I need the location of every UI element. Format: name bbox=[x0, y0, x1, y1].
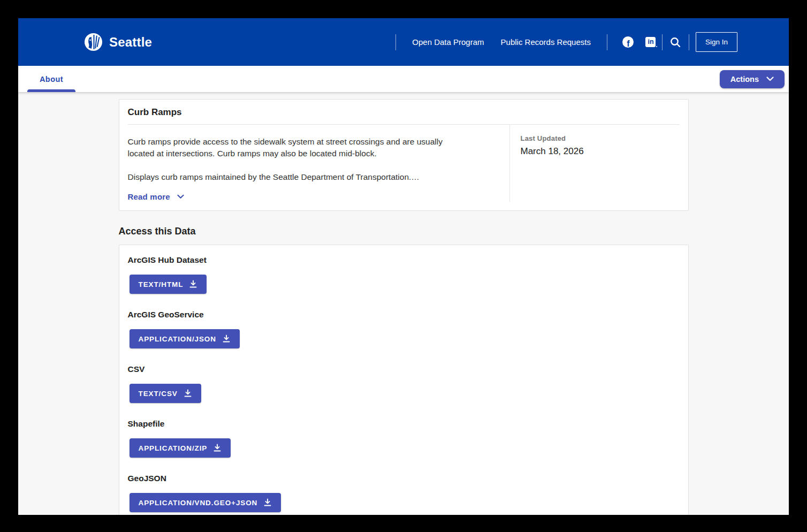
download-button-label: TEXT/CSV bbox=[139, 390, 178, 398]
read-more-button[interactable]: Read more bbox=[128, 192, 184, 201]
format-name: Shapefile bbox=[128, 419, 680, 429]
download-icon bbox=[263, 498, 272, 507]
format-name: ArcGIS GeoService bbox=[128, 310, 680, 320]
download-icon bbox=[213, 444, 222, 452]
download-button-application-vnd-geo-json[interactable]: APPLICATION/VND.GEO+JSON bbox=[130, 493, 281, 512]
download-button-application-zip[interactable]: APPLICATION/ZIP bbox=[130, 438, 231, 458]
access-section-title: Access this Data bbox=[119, 226, 689, 237]
subnav: About Actions bbox=[18, 66, 789, 92]
header-right: Open Data Program Public Records Request… bbox=[395, 32, 737, 52]
download-icon bbox=[189, 280, 197, 288]
search-button[interactable] bbox=[669, 36, 681, 48]
nav-link-public-records-requests[interactable]: Public Records Requests bbox=[501, 33, 591, 51]
linkedin-icon: in bbox=[645, 37, 656, 47]
format-group-arcgis-geoservice: ArcGIS GeoService APPLICATION/JSON bbox=[128, 310, 680, 348]
dataset-description: Curb ramps provide access to the sidewal… bbox=[119, 125, 509, 210]
download-button-text-html[interactable]: TEXT/HTML bbox=[130, 275, 207, 294]
header-divider bbox=[662, 34, 663, 50]
main-content: Curb Ramps Curb ramps provide access to … bbox=[18, 92, 789, 515]
tab-about[interactable]: About bbox=[27, 66, 75, 92]
format-name: ArcGIS Hub Dataset bbox=[128, 255, 680, 265]
seattle-city-logo-icon bbox=[83, 32, 103, 52]
format-group-arcgis-hub-dataset: ArcGIS Hub Dataset TEXT/HTML bbox=[128, 255, 680, 294]
download-button-label: APPLICATION/VND.GEO+JSON bbox=[139, 499, 258, 507]
download-button-application-json[interactable]: APPLICATION/JSON bbox=[130, 329, 240, 348]
header-divider bbox=[607, 34, 607, 50]
brand[interactable]: Seattle bbox=[83, 32, 152, 52]
dataset-title: Curb Ramps bbox=[128, 107, 680, 118]
download-button-label: APPLICATION/JSON bbox=[139, 335, 216, 343]
dataset-card: Curb Ramps Curb ramps provide access to … bbox=[119, 99, 689, 211]
header-divider bbox=[689, 34, 689, 50]
format-group-shapefile: Shapefile APPLICATION/ZIP bbox=[128, 419, 680, 458]
facebook-link[interactable]: f bbox=[622, 36, 635, 49]
format-name: GeoJSON bbox=[128, 474, 680, 483]
format-group-csv: CSV TEXT/CSV bbox=[128, 364, 680, 403]
download-button-label: APPLICATION/ZIP bbox=[139, 444, 208, 452]
format-name: CSV bbox=[128, 364, 680, 374]
actions-button[interactable]: Actions bbox=[720, 70, 785, 88]
chevron-down-icon bbox=[177, 194, 184, 199]
facebook-icon: f bbox=[622, 36, 634, 48]
access-card: ArcGIS Hub Dataset TEXT/HTML ArcGIS GeoS… bbox=[119, 245, 689, 515]
format-group-geojson: GeoJSON APPLICATION/VND.GEO+JSON bbox=[128, 474, 680, 512]
last-updated-value: March 18, 2026 bbox=[521, 146, 669, 157]
tab-about-label: About bbox=[40, 75, 63, 83]
active-tab-indicator bbox=[27, 89, 75, 92]
actions-button-label: Actions bbox=[730, 75, 759, 83]
last-updated-label: Last Updated bbox=[521, 134, 669, 142]
browser-page: Seattle Open Data Program Public Records… bbox=[18, 18, 789, 515]
description-paragraph: Curb ramps provide access to the sidewal… bbox=[128, 136, 470, 159]
brand-name: Seattle bbox=[109, 35, 152, 50]
download-icon bbox=[222, 335, 231, 343]
header-divider bbox=[395, 34, 396, 50]
nav-link-open-data-program[interactable]: Open Data Program bbox=[412, 33, 484, 51]
dataset-body: Curb ramps provide access to the sidewal… bbox=[119, 125, 688, 210]
app-header: Seattle Open Data Program Public Records… bbox=[18, 18, 789, 66]
download-icon bbox=[184, 389, 192, 398]
search-icon bbox=[669, 36, 681, 48]
screenshot-frame: Seattle Open Data Program Public Records… bbox=[0, 0, 807, 532]
linkedin-link[interactable]: in bbox=[644, 36, 657, 49]
last-updated-panel: Last Updated March 18, 2026 bbox=[509, 125, 680, 202]
download-button-label: TEXT/HTML bbox=[139, 280, 184, 288]
download-button-text-csv[interactable]: TEXT/CSV bbox=[130, 384, 201, 403]
read-more-label: Read more bbox=[128, 192, 170, 201]
description-paragraph: Displays curb ramps maintained by the Se… bbox=[128, 171, 470, 183]
chevron-down-icon bbox=[766, 77, 774, 81]
dataset-title-row: Curb Ramps bbox=[119, 100, 688, 124]
sign-in-button[interactable]: Sign In bbox=[696, 32, 737, 52]
